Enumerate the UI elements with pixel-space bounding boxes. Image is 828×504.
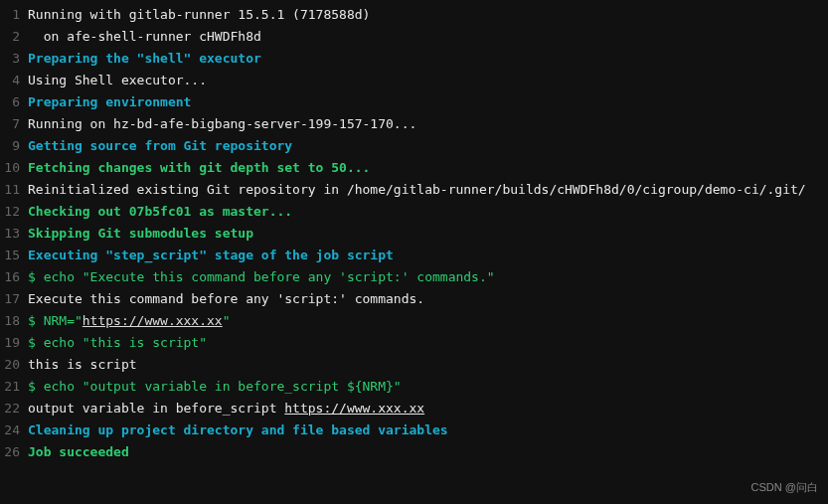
line-content: on afe-shell-runner cHWDFh8d bbox=[28, 26, 828, 48]
log-text: $ echo "Execute this command before any … bbox=[28, 269, 495, 284]
log-line: 11Reinitialized existing Git repository … bbox=[0, 179, 828, 201]
log-text: Skipping Git submodules setup bbox=[28, 226, 253, 241]
line-number[interactable]: 26 bbox=[0, 441, 28, 463]
line-number[interactable]: 20 bbox=[0, 354, 28, 376]
log-line: 16$ echo "Execute this command before an… bbox=[0, 266, 828, 288]
line-content: Getting source from Git repository bbox=[28, 135, 828, 157]
log-line: 2 on afe-shell-runner cHWDFh8d bbox=[0, 26, 828, 48]
line-content: Reinitialized existing Git repository in… bbox=[28, 179, 828, 201]
log-text: " bbox=[223, 313, 231, 328]
log-line: 21$ echo "output variable in before_scri… bbox=[0, 376, 828, 398]
watermark: CSDN @问白 bbox=[751, 476, 818, 498]
line-content: Preparing environment bbox=[28, 91, 828, 113]
line-content: this is script bbox=[28, 354, 828, 376]
line-number[interactable]: 9 bbox=[0, 135, 28, 157]
line-number[interactable]: 3 bbox=[0, 48, 28, 70]
line-content: $ NRM="https://www.xxx.xx" bbox=[28, 310, 828, 332]
line-content: Running with gitlab-runner 15.5.1 (71785… bbox=[28, 4, 828, 26]
log-line: 6Preparing environment bbox=[0, 91, 828, 113]
line-content: Using Shell executor... bbox=[28, 70, 828, 91]
line-number[interactable]: 7 bbox=[0, 113, 28, 135]
line-content: Execute this command before any 'script:… bbox=[28, 288, 828, 310]
line-content: Skipping Git submodules setup bbox=[28, 223, 828, 245]
line-content: Executing "step_script" stage of the job… bbox=[28, 245, 828, 266]
log-line: 13Skipping Git submodules setup bbox=[0, 223, 828, 245]
log-line: 20this is script bbox=[0, 354, 828, 376]
line-content: Fetching changes with git depth set to 5… bbox=[28, 157, 828, 179]
log-line: 15Executing "step_script" stage of the j… bbox=[0, 245, 828, 266]
log-line: 4Using Shell executor... bbox=[0, 70, 828, 91]
line-content: $ echo "Execute this command before any … bbox=[28, 266, 828, 288]
line-number[interactable]: 17 bbox=[0, 288, 28, 310]
log-text: Cleaning up project directory and file b… bbox=[28, 422, 448, 437]
line-content: Running on hz-bd-afe-bigbang-server-199-… bbox=[28, 113, 828, 135]
line-content: Preparing the "shell" executor bbox=[28, 48, 828, 70]
log-link[interactable]: https://www.xxx.xx bbox=[83, 313, 223, 328]
job-log[interactable]: 1Running with gitlab-runner 15.5.1 (7178… bbox=[0, 0, 828, 467]
log-line: 17Execute this command before any 'scrip… bbox=[0, 288, 828, 310]
log-link[interactable]: https://www.xxx.xx bbox=[284, 401, 424, 416]
line-number[interactable]: 1 bbox=[0, 4, 28, 26]
line-number[interactable]: 6 bbox=[0, 91, 28, 113]
log-text: Job succeeded bbox=[28, 444, 129, 459]
line-content: Job succeeded bbox=[28, 441, 828, 463]
log-text: Reinitialized existing Git repository in… bbox=[28, 182, 806, 197]
log-text: Preparing the "shell" executor bbox=[28, 51, 261, 66]
log-text: Fetching changes with git depth set to 5… bbox=[28, 160, 370, 175]
line-content: $ echo "output variable in before_script… bbox=[28, 376, 828, 398]
log-text: Checking out 07b5fc01 as master... bbox=[28, 204, 292, 219]
line-number[interactable]: 18 bbox=[0, 310, 28, 332]
line-content: Cleaning up project directory and file b… bbox=[28, 420, 828, 441]
log-line: 3Preparing the "shell" executor bbox=[0, 48, 828, 70]
log-text: on afe-shell-runner cHWDFh8d bbox=[28, 29, 261, 44]
log-text: output variable in before_script bbox=[28, 401, 284, 416]
line-content: output variable in before_script https:/… bbox=[28, 398, 828, 420]
line-number[interactable]: 10 bbox=[0, 157, 28, 179]
log-text: Using Shell executor... bbox=[28, 73, 207, 87]
log-text: this is script bbox=[28, 357, 137, 372]
line-content: $ echo "this is script" bbox=[28, 332, 828, 354]
line-content: Checking out 07b5fc01 as master... bbox=[28, 201, 828, 223]
line-number[interactable]: 13 bbox=[0, 223, 28, 245]
log-line: 26Job succeeded bbox=[0, 441, 828, 463]
line-number[interactable]: 4 bbox=[0, 70, 28, 91]
log-text: $ echo "this is script" bbox=[28, 335, 207, 350]
log-text: $ echo "output variable in before_script… bbox=[28, 379, 402, 394]
line-number[interactable]: 11 bbox=[0, 179, 28, 201]
log-line: 10Fetching changes with git depth set to… bbox=[0, 157, 828, 179]
line-number[interactable]: 16 bbox=[0, 266, 28, 288]
line-number[interactable]: 19 bbox=[0, 332, 28, 354]
log-line: 1Running with gitlab-runner 15.5.1 (7178… bbox=[0, 4, 828, 26]
log-text: $ NRM=" bbox=[28, 313, 83, 328]
log-line: 7Running on hz-bd-afe-bigbang-server-199… bbox=[0, 113, 828, 135]
line-number[interactable]: 15 bbox=[0, 245, 28, 266]
line-number[interactable]: 12 bbox=[0, 201, 28, 223]
line-number[interactable]: 24 bbox=[0, 420, 28, 441]
log-text: Getting source from Git repository bbox=[28, 138, 292, 153]
log-line: 19$ echo "this is script" bbox=[0, 332, 828, 354]
log-text: Running on hz-bd-afe-bigbang-server-199-… bbox=[28, 116, 416, 131]
log-line: 24Cleaning up project directory and file… bbox=[0, 420, 828, 441]
log-text: Running with gitlab-runner 15.5.1 (71785… bbox=[28, 7, 370, 22]
log-line: 12Checking out 07b5fc01 as master... bbox=[0, 201, 828, 223]
log-line: 18$ NRM="https://www.xxx.xx" bbox=[0, 310, 828, 332]
log-line: 9Getting source from Git repository bbox=[0, 135, 828, 157]
line-number[interactable]: 21 bbox=[0, 376, 28, 398]
log-text: Executing "step_script" stage of the job… bbox=[28, 248, 394, 262]
line-number[interactable]: 2 bbox=[0, 26, 28, 48]
line-number[interactable]: 22 bbox=[0, 398, 28, 420]
log-text: Execute this command before any 'script:… bbox=[28, 291, 424, 306]
log-line: 22output variable in before_script https… bbox=[0, 398, 828, 420]
log-text: Preparing environment bbox=[28, 94, 191, 109]
